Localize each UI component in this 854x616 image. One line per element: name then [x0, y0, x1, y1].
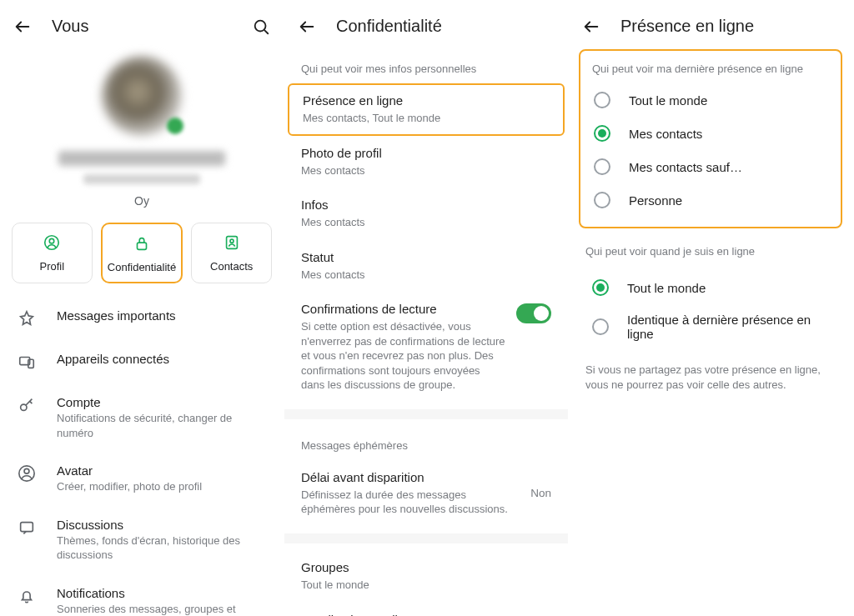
tab-label: Contacts [210, 260, 253, 273]
separator [284, 533, 568, 543]
profile-tabs: Profil Confidentialité Contacts [0, 218, 284, 297]
separator [284, 409, 568, 419]
tab-label: Profil [40, 260, 65, 273]
radio-my-contacts-except[interactable]: Mes contacts sauf… [585, 150, 836, 183]
profile-name [58, 151, 225, 166]
tab-privacy[interactable]: Confidentialité [101, 223, 183, 283]
radio-everyone[interactable]: Tout le monde [585, 83, 836, 117]
tab-profile[interactable]: Profil [12, 223, 93, 283]
item-sub: Sonneries des messages, groupes et [57, 602, 236, 616]
radio-icon [594, 158, 610, 175]
page-title: Confidentialité [336, 17, 442, 36]
setting-status[interactable]: Statut Mes contacts [284, 240, 568, 293]
radio-online-everyone[interactable]: Tout le monde [584, 271, 837, 304]
radio-icon [592, 279, 609, 296]
svg-point-2 [50, 238, 55, 243]
setting-title: Photo de profil [301, 146, 551, 160]
radio-icon [594, 192, 610, 208]
group-last-seen: Qui peut voir ma dernière présence en li… [579, 49, 842, 228]
lock-icon [133, 234, 151, 253]
item-linked-devices[interactable]: Appareils connectés [0, 340, 284, 383]
setting-infos[interactable]: Infos Mes contacts [284, 188, 568, 240]
item-title: Appareils connectés [57, 352, 169, 366]
settings-list: Messages importants Appareils connectés … [0, 297, 284, 616]
online-badge-icon [167, 118, 183, 134]
radio-label: Mes contacts [629, 127, 702, 141]
item-title: Discussions [57, 518, 267, 532]
svg-rect-7 [28, 359, 33, 368]
person-icon [43, 233, 61, 252]
setting-live-location[interactable]: Localisation en direct Aucune [284, 603, 568, 616]
svg-point-5 [230, 239, 234, 243]
back-icon[interactable] [13, 18, 32, 36]
setting-presence[interactable]: Présence en ligne Mes contacts, Tout le … [288, 83, 565, 136]
svg-point-8 [21, 404, 27, 410]
back-icon[interactable] [298, 18, 316, 36]
footnote: Si vous ne partagez pas votre présence e… [569, 354, 852, 401]
svg-rect-3 [138, 243, 147, 249]
item-title: Notifications [57, 586, 236, 600]
item-sub: Notifications de sécurité, changer de nu… [57, 411, 267, 440]
group-online-label: Qui peut voir quand je suis en ligne [569, 242, 852, 266]
radio-label: Identique à dernière présence en ligne [627, 313, 829, 341]
section-ephemeral: Messages éphémères [284, 426, 568, 460]
item-sub: Thèmes, fonds d'écran, historique des di… [57, 533, 267, 563]
setting-title: Délai avant disparition [301, 470, 520, 484]
toggle-read-receipts[interactable] [516, 303, 551, 323]
chat-icon [17, 518, 37, 538]
setting-title: Localisation en direct [301, 613, 551, 616]
devices-icon [17, 352, 37, 372]
item-avatar[interactable]: Avatar Créer, modifier, photo de profil [0, 452, 284, 506]
page-title: Vous [52, 17, 88, 36]
svg-point-1 [45, 236, 59, 250]
item-chats[interactable]: Discussions Thèmes, fonds d'écran, histo… [0, 506, 284, 574]
setting-title: Infos [301, 198, 551, 212]
setting-sub: Tout le monde [301, 578, 551, 593]
group-online: Tout le monde Identique à dernière prése… [579, 266, 842, 354]
radio-icon [594, 92, 610, 108]
back-icon[interactable] [582, 18, 600, 36]
radio-nobody[interactable]: Personne [585, 183, 836, 217]
key-icon [17, 395, 37, 415]
item-account[interactable]: Compte Notifications de sécurité, change… [0, 383, 284, 452]
svg-point-0 [255, 20, 266, 31]
setting-sub: Mes contacts [301, 163, 551, 178]
setting-sub: Mes contacts [301, 268, 551, 283]
page-title: Présence en ligne [620, 17, 754, 36]
tab-label: Confidentialité [108, 261, 176, 273]
item-sub: Créer, modifier, photo de profil [57, 479, 202, 494]
app-bar-privacy: Confidentialité [284, 0, 568, 49]
setting-groups[interactable]: Groupes Tout le monde [284, 550, 568, 603]
item-starred-messages[interactable]: Messages importants [0, 297, 284, 340]
item-title: Messages importants [57, 308, 176, 323]
setting-read-receipts[interactable]: Confirmations de lecture Si cette option… [284, 292, 568, 403]
group-label: Qui peut voir ma dernière présence en li… [585, 59, 836, 83]
item-title: Compte [57, 395, 267, 409]
setting-title: Confirmations de lecture [301, 302, 506, 316]
setting-title: Statut [301, 250, 551, 264]
search-icon[interactable] [252, 18, 270, 36]
setting-sub: Mes contacts [301, 215, 551, 230]
contacts-icon [223, 233, 241, 252]
radio-icon [592, 318, 609, 335]
svg-point-9 [24, 468, 29, 473]
item-title: Avatar [57, 463, 202, 478]
section-personal-info: Qui peut voir mes infos personnelles [284, 49, 568, 83]
radio-label: Personne [629, 193, 682, 208]
radio-label: Mes contacts sauf… [629, 160, 742, 174]
radio-label: Tout le monde [627, 281, 706, 295]
setting-title: Groupes [301, 560, 551, 574]
setting-value: Non [530, 487, 551, 499]
setting-disappearing-delay[interactable]: Délai avant disparition Définissez la du… [284, 460, 568, 527]
radio-my-contacts[interactable]: Mes contacts [585, 117, 836, 150]
avatar-icon [17, 463, 37, 483]
profile-desc [83, 174, 200, 184]
item-notifications[interactable]: Notifications Sonneries des messages, gr… [0, 574, 284, 616]
setting-title: Présence en ligne [303, 93, 550, 108]
tab-contacts[interactable]: Contacts [191, 223, 272, 283]
setting-profile-photo[interactable]: Photo de profil Mes contacts [284, 136, 568, 188]
profile-header[interactable]: Oy [0, 49, 284, 218]
svg-rect-11 [21, 522, 33, 531]
radio-online-same-as-last-seen[interactable]: Identique à dernière présence en ligne [584, 304, 837, 349]
setting-sub: Mes contacts, Tout le monde [303, 111, 550, 126]
